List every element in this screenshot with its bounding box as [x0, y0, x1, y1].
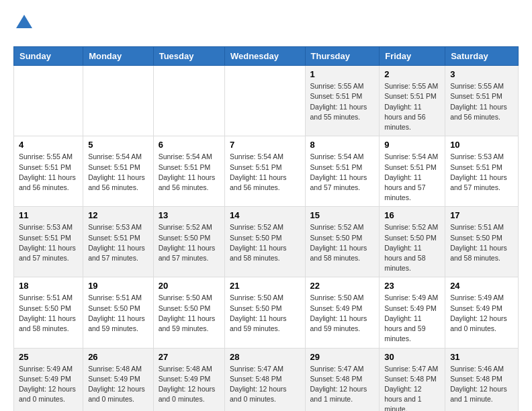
day-number: 18 [19, 281, 78, 291]
day-cell: 7Sunrise: 5:54 AMSunset: 5:51 PMDaylight… [224, 136, 305, 207]
weekday-header-monday: Monday [83, 47, 154, 66]
day-info: Sunrise: 5:48 AMSunset: 5:49 PMDaylight:… [88, 364, 148, 405]
day-info: Sunrise: 5:52 AMSunset: 5:50 PMDaylight:… [230, 222, 300, 263]
day-number: 16 [384, 210, 440, 220]
week-row-2: 4Sunrise: 5:55 AMSunset: 5:51 PMDaylight… [14, 136, 519, 207]
day-info: Sunrise: 5:52 AMSunset: 5:50 PMDaylight:… [310, 222, 375, 263]
day-info: Sunrise: 5:54 AMSunset: 5:51 PMDaylight:… [230, 152, 300, 193]
day-info: Sunrise: 5:47 AMSunset: 5:48 PMDaylight:… [384, 364, 440, 411]
day-info: Sunrise: 5:52 AMSunset: 5:50 PMDaylight:… [159, 222, 220, 263]
day-info: Sunrise: 5:50 AMSunset: 5:50 PMDaylight:… [230, 293, 300, 334]
day-number: 8 [310, 140, 375, 150]
day-cell: 8Sunrise: 5:54 AMSunset: 5:51 PMDaylight… [305, 136, 380, 207]
day-cell: 5Sunrise: 5:54 AMSunset: 5:51 PMDaylight… [83, 136, 154, 207]
day-number: 4 [19, 140, 78, 150]
weekday-header-wednesday: Wednesday [224, 47, 305, 66]
day-number: 1 [310, 69, 375, 79]
day-cell: 9Sunrise: 5:54 AMSunset: 5:51 PMDaylight… [380, 136, 445, 207]
day-number: 11 [19, 210, 78, 220]
day-info: Sunrise: 5:51 AMSunset: 5:50 PMDaylight:… [88, 293, 148, 334]
day-number: 21 [230, 281, 300, 291]
day-cell: 3Sunrise: 5:55 AMSunset: 5:51 PMDaylight… [445, 66, 519, 136]
weekday-header-sunday: Sunday [14, 47, 83, 66]
day-cell: 23Sunrise: 5:49 AMSunset: 5:49 PMDayligh… [380, 277, 445, 348]
day-cell: 16Sunrise: 5:52 AMSunset: 5:50 PMDayligh… [380, 207, 445, 277]
day-cell [153, 66, 224, 136]
day-cell: 27Sunrise: 5:48 AMSunset: 5:49 PMDayligh… [153, 348, 224, 411]
svg-marker-0 [16, 15, 32, 28]
day-info: Sunrise: 5:54 AMSunset: 5:51 PMDaylight:… [310, 152, 375, 193]
day-info: Sunrise: 5:53 AMSunset: 5:51 PMDaylight:… [19, 222, 78, 263]
weekday-header-friday: Friday [380, 47, 445, 66]
day-cell: 19Sunrise: 5:51 AMSunset: 5:50 PMDayligh… [83, 277, 154, 348]
day-number: 17 [450, 210, 513, 220]
day-number: 13 [159, 210, 220, 220]
day-cell [224, 66, 305, 136]
day-number: 19 [88, 281, 148, 291]
day-cell: 4Sunrise: 5:55 AMSunset: 5:51 PMDaylight… [14, 136, 83, 207]
day-number: 30 [384, 352, 440, 362]
week-row-1: 1Sunrise: 5:55 AMSunset: 5:51 PMDaylight… [14, 66, 519, 136]
day-cell: 30Sunrise: 5:47 AMSunset: 5:48 PMDayligh… [380, 348, 445, 411]
day-info: Sunrise: 5:52 AMSunset: 5:50 PMDaylight:… [384, 222, 440, 273]
day-number: 2 [384, 69, 440, 79]
day-cell: 25Sunrise: 5:49 AMSunset: 5:49 PMDayligh… [14, 348, 83, 411]
day-info: Sunrise: 5:46 AMSunset: 5:48 PMDaylight:… [450, 364, 513, 405]
day-number: 29 [310, 352, 375, 362]
day-cell: 13Sunrise: 5:52 AMSunset: 5:50 PMDayligh… [153, 207, 224, 277]
calendar-table: SundayMondayTuesdayWednesdayThursdayFrid… [13, 46, 519, 411]
day-cell: 6Sunrise: 5:54 AMSunset: 5:51 PMDaylight… [153, 136, 224, 207]
day-number: 12 [88, 210, 148, 220]
day-info: Sunrise: 5:55 AMSunset: 5:51 PMDaylight:… [450, 81, 513, 122]
day-info: Sunrise: 5:47 AMSunset: 5:48 PMDaylight:… [230, 364, 300, 405]
day-number: 3 [450, 69, 513, 79]
day-info: Sunrise: 5:50 AMSunset: 5:49 PMDaylight:… [310, 293, 375, 334]
day-number: 5 [88, 140, 148, 150]
day-cell: 2Sunrise: 5:55 AMSunset: 5:51 PMDaylight… [380, 66, 445, 136]
day-info: Sunrise: 5:55 AMSunset: 5:51 PMDaylight:… [310, 81, 375, 122]
week-row-4: 18Sunrise: 5:51 AMSunset: 5:50 PMDayligh… [14, 277, 519, 348]
day-info: Sunrise: 5:54 AMSunset: 5:51 PMDaylight:… [159, 152, 220, 193]
day-cell [14, 66, 83, 136]
day-number: 20 [159, 281, 220, 291]
day-cell: 11Sunrise: 5:53 AMSunset: 5:51 PMDayligh… [14, 207, 83, 277]
day-cell: 24Sunrise: 5:49 AMSunset: 5:49 PMDayligh… [445, 277, 519, 348]
day-number: 28 [230, 352, 300, 362]
day-cell: 26Sunrise: 5:48 AMSunset: 5:49 PMDayligh… [83, 348, 154, 411]
day-cell: 10Sunrise: 5:53 AMSunset: 5:51 PMDayligh… [445, 136, 519, 207]
day-info: Sunrise: 5:49 AMSunset: 5:49 PMDaylight:… [450, 293, 513, 334]
day-info: Sunrise: 5:49 AMSunset: 5:49 PMDaylight:… [384, 293, 440, 344]
day-number: 27 [159, 352, 220, 362]
weekday-header-row: SundayMondayTuesdayWednesdayThursdayFrid… [14, 47, 519, 66]
day-cell: 14Sunrise: 5:52 AMSunset: 5:50 PMDayligh… [224, 207, 305, 277]
day-number: 24 [450, 281, 513, 291]
day-info: Sunrise: 5:53 AMSunset: 5:51 PMDaylight:… [88, 222, 148, 263]
weekday-header-thursday: Thursday [305, 47, 380, 66]
day-info: Sunrise: 5:55 AMSunset: 5:51 PMDaylight:… [19, 152, 78, 193]
day-info: Sunrise: 5:51 AMSunset: 5:50 PMDaylight:… [19, 293, 78, 334]
day-cell: 28Sunrise: 5:47 AMSunset: 5:48 PMDayligh… [224, 348, 305, 411]
page-header [13, 13, 519, 36]
logo [13, 13, 34, 36]
week-row-3: 11Sunrise: 5:53 AMSunset: 5:51 PMDayligh… [14, 207, 519, 277]
day-number: 23 [384, 281, 440, 291]
day-cell: 22Sunrise: 5:50 AMSunset: 5:49 PMDayligh… [305, 277, 380, 348]
day-number: 9 [384, 140, 440, 150]
day-number: 6 [159, 140, 220, 150]
day-info: Sunrise: 5:50 AMSunset: 5:50 PMDaylight:… [159, 293, 220, 334]
day-cell: 31Sunrise: 5:46 AMSunset: 5:48 PMDayligh… [445, 348, 519, 411]
day-info: Sunrise: 5:55 AMSunset: 5:51 PMDaylight:… [384, 81, 440, 132]
day-info: Sunrise: 5:51 AMSunset: 5:50 PMDaylight:… [450, 222, 513, 263]
day-cell: 18Sunrise: 5:51 AMSunset: 5:50 PMDayligh… [14, 277, 83, 348]
day-number: 15 [310, 210, 375, 220]
day-cell: 1Sunrise: 5:55 AMSunset: 5:51 PMDaylight… [305, 66, 380, 136]
day-number: 14 [230, 210, 300, 220]
day-info: Sunrise: 5:49 AMSunset: 5:49 PMDaylight:… [19, 364, 78, 405]
day-number: 10 [450, 140, 513, 150]
day-number: 26 [88, 352, 148, 362]
day-info: Sunrise: 5:53 AMSunset: 5:51 PMDaylight:… [450, 152, 513, 193]
day-number: 22 [310, 281, 375, 291]
day-cell: 20Sunrise: 5:50 AMSunset: 5:50 PMDayligh… [153, 277, 224, 348]
day-info: Sunrise: 5:47 AMSunset: 5:48 PMDaylight:… [310, 364, 375, 405]
day-info: Sunrise: 5:54 AMSunset: 5:51 PMDaylight:… [384, 152, 440, 203]
